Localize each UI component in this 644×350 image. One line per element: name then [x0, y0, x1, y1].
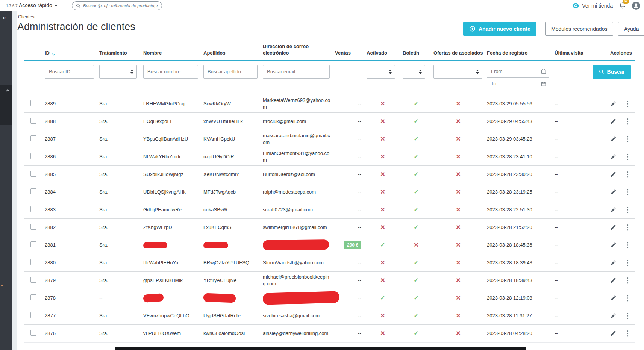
newsletter-status-icon: ✕ — [403, 241, 433, 249]
kebab-menu-icon[interactable]: ⋮ — [624, 100, 631, 107]
filter-date-from-input[interactable] — [487, 68, 538, 74]
edit-icon[interactable] — [610, 171, 617, 177]
row-checkbox[interactable] — [30, 277, 36, 283]
row-checkbox[interactable] — [30, 171, 36, 177]
filter-active-select[interactable] — [367, 65, 395, 79]
edit-icon[interactable] — [610, 242, 617, 248]
edit-icon[interactable] — [610, 118, 617, 124]
search-submit-label: Buscar — [607, 69, 625, 75]
plus-circle-icon — [469, 26, 476, 32]
edit-icon[interactable] — [610, 312, 617, 319]
filter-id-input[interactable] — [45, 65, 94, 79]
search-submit-button[interactable]: Buscar — [593, 65, 631, 79]
cell-treatment: Sra. — [99, 118, 143, 125]
recommended-modules-button[interactable]: Módulos recomendados — [545, 22, 613, 36]
table-row: 2878 -- -- ✓ ✓ ✕ 2023-03-28 12:19:08 -- … — [24, 289, 635, 307]
kebab-menu-icon[interactable]: ⋮ — [624, 118, 631, 125]
filter-newsletter-select[interactable] — [403, 65, 425, 79]
row-checkbox[interactable] — [30, 224, 36, 230]
cell-lastname: cukaSBvW — [203, 206, 263, 213]
cell-treatment: Sra. — [99, 100, 143, 107]
kebab-menu-icon[interactable]: ⋮ — [624, 206, 631, 213]
add-customer-button[interactable]: Añadir nuevo cliente — [463, 22, 536, 36]
row-checkbox[interactable] — [30, 118, 36, 124]
edit-icon[interactable] — [610, 189, 617, 195]
row-checkbox[interactable] — [30, 153, 36, 159]
table-row: 2887 Sra. YBpsCqiIDanAdHzU KVAmHCpckU ma… — [24, 130, 635, 148]
edit-icon[interactable] — [610, 153, 617, 160]
row-checkbox[interactable] — [30, 206, 36, 212]
search-icon — [76, 3, 81, 8]
row-checkbox[interactable] — [30, 135, 36, 141]
select-arrows-icon — [389, 70, 392, 74]
row-checkbox[interactable] — [30, 241, 36, 247]
kebab-menu-icon[interactable]: ⋮ — [624, 277, 631, 284]
kebab-menu-icon[interactable]: ⋮ — [624, 224, 631, 231]
edit-icon[interactable] — [610, 295, 617, 301]
header-id[interactable]: ID — [45, 50, 99, 56]
row-checkbox[interactable] — [30, 294, 36, 300]
cell-id: 2889 — [45, 100, 99, 107]
cell-email — [263, 240, 335, 250]
collapse-sidebar-icon[interactable]: « — [3, 14, 6, 21]
global-search-input[interactable] — [83, 3, 158, 8]
filter-date-to-input[interactable] — [487, 81, 538, 86]
quick-access-menu[interactable]: Acceso rápido — [19, 2, 58, 8]
partner-offers-status-icon: ✕ — [433, 135, 487, 143]
kebab-menu-icon[interactable]: ⋮ — [624, 188, 631, 195]
global-search[interactable] — [72, 1, 162, 10]
row-checkbox[interactable] — [30, 312, 36, 318]
edit-icon[interactable] — [610, 136, 617, 142]
filter-lastname-input[interactable] — [203, 65, 258, 79]
newsletter-status-icon: ✓ — [403, 259, 433, 267]
partner-offers-status-icon: ✕ — [433, 100, 487, 108]
edit-icon[interactable] — [610, 100, 617, 107]
horizontal-scrollbar[interactable] — [115, 347, 526, 350]
calendar-icon[interactable] — [538, 78, 549, 90]
recommended-modules-label: Módulos recomendados — [551, 26, 607, 32]
view-shop-link[interactable]: Ver mi tienda — [572, 3, 613, 9]
row-checkbox[interactable] — [30, 188, 36, 194]
filter-firstname-input[interactable] — [143, 65, 198, 79]
kebab-menu-icon[interactable]: ⋮ — [624, 153, 631, 160]
cell-id: 2876 — [45, 330, 99, 337]
active-status-icon: ✕ — [367, 259, 403, 267]
cell-lastname: xnWVUTmBleHLk — [203, 118, 263, 125]
cell-lastname: XeKUNWfcdmlY — [203, 171, 263, 178]
kebab-menu-icon[interactable]: ⋮ — [624, 294, 631, 302]
cell-id: 2879 — [45, 277, 99, 284]
kebab-menu-icon[interactable]: ⋮ — [624, 135, 631, 142]
help-button[interactable]: Ayuda — [618, 22, 644, 36]
kebab-menu-icon[interactable]: ⋮ — [624, 171, 631, 178]
edit-icon[interactable] — [610, 206, 617, 213]
kebab-menu-icon[interactable]: ⋮ — [624, 330, 631, 337]
cell-registration-date: 2023-03-29 03:45:28 — [487, 136, 555, 142]
edit-icon[interactable] — [610, 330, 617, 336]
table-row: 2885 Sra. SUxdiRJHoWjMgz XeKUNWfcdmlY Bu… — [24, 166, 635, 183]
cell-registration-date: 2023-03-28 23:41:10 — [487, 153, 555, 160]
row-checkbox[interactable] — [30, 259, 36, 265]
chevron-up-icon[interactable] — [6, 89, 10, 92]
user-avatar[interactable] — [632, 2, 640, 10]
filter-treatment-select[interactable] — [99, 65, 137, 79]
active-status-icon: ✕ — [367, 135, 403, 143]
edit-icon[interactable] — [610, 224, 617, 230]
notifications-button[interactable]: 62 — [619, 2, 626, 10]
kebab-menu-icon[interactable]: ⋮ — [624, 241, 631, 248]
filter-email-input[interactable] — [263, 65, 330, 79]
calendar-icon[interactable] — [538, 65, 549, 77]
kebab-menu-icon[interactable]: ⋮ — [624, 312, 631, 319]
breadcrumb: Clientes — [18, 14, 34, 20]
edit-icon[interactable] — [610, 259, 617, 266]
kebab-menu-icon[interactable]: ⋮ — [624, 259, 631, 266]
row-checkbox[interactable] — [30, 330, 36, 336]
sales-badge: 290 € — [344, 241, 361, 249]
cell-treatment: Sra. — [99, 277, 143, 284]
cell-registration-date: 2023-03-28 12:19:08 — [487, 295, 555, 302]
edit-icon[interactable] — [610, 277, 617, 283]
filter-partner-offers-select[interactable] — [433, 65, 482, 79]
cell-lastname: kwnGLoalomdOosF — [203, 330, 263, 337]
table-row: 2886 Sra. NLWakYRluZmdi uzptUGyDCiR Eima… — [24, 148, 635, 166]
row-checkbox[interactable] — [30, 100, 36, 106]
cell-last-visit: -- — [555, 312, 610, 319]
